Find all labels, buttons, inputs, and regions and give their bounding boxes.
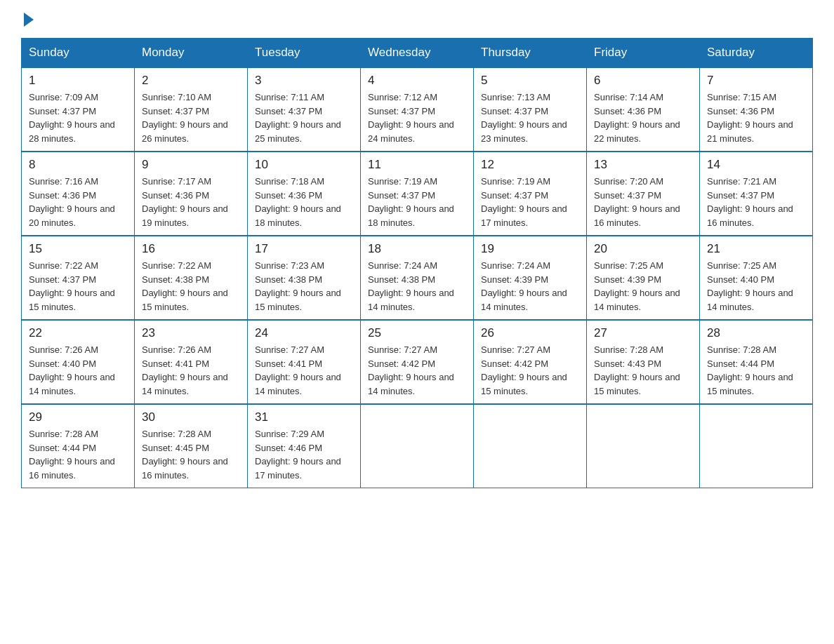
day-info: Sunrise: 7:27 AMSunset: 4:42 PMDaylight:… bbox=[481, 344, 567, 396]
day-info: Sunrise: 7:18 AMSunset: 4:36 PMDaylight:… bbox=[255, 176, 341, 228]
calendar-cell bbox=[474, 404, 587, 488]
calendar-cell bbox=[587, 404, 700, 488]
day-number: 12 bbox=[481, 158, 579, 172]
weekday-header-thursday: Thursday bbox=[474, 39, 587, 68]
week-row-1: 1 Sunrise: 7:09 AMSunset: 4:37 PMDayligh… bbox=[22, 67, 813, 152]
calendar-cell: 3 Sunrise: 7:11 AMSunset: 4:37 PMDayligh… bbox=[248, 67, 361, 152]
calendar-cell: 23 Sunrise: 7:26 AMSunset: 4:41 PMDaylig… bbox=[135, 320, 248, 404]
day-number: 8 bbox=[29, 158, 127, 172]
day-number: 14 bbox=[707, 158, 805, 172]
calendar-cell: 26 Sunrise: 7:27 AMSunset: 4:42 PMDaylig… bbox=[474, 320, 587, 404]
calendar-cell: 15 Sunrise: 7:22 AMSunset: 4:37 PMDaylig… bbox=[22, 236, 135, 320]
day-number: 16 bbox=[142, 242, 240, 256]
week-row-3: 15 Sunrise: 7:22 AMSunset: 4:37 PMDaylig… bbox=[22, 236, 813, 320]
weekday-header-friday: Friday bbox=[587, 39, 700, 68]
calendar-cell: 21 Sunrise: 7:25 AMSunset: 4:40 PMDaylig… bbox=[700, 236, 813, 320]
day-number: 18 bbox=[368, 242, 466, 256]
calendar-cell: 29 Sunrise: 7:28 AMSunset: 4:44 PMDaylig… bbox=[22, 404, 135, 488]
calendar-cell: 12 Sunrise: 7:19 AMSunset: 4:37 PMDaylig… bbox=[474, 152, 587, 236]
day-number: 3 bbox=[255, 74, 353, 88]
day-info: Sunrise: 7:19 AMSunset: 4:37 PMDaylight:… bbox=[368, 176, 454, 228]
calendar-cell: 17 Sunrise: 7:23 AMSunset: 4:38 PMDaylig… bbox=[248, 236, 361, 320]
day-number: 15 bbox=[29, 242, 127, 256]
day-info: Sunrise: 7:26 AMSunset: 4:40 PMDaylight:… bbox=[29, 344, 115, 396]
day-number: 25 bbox=[368, 326, 466, 340]
calendar-cell: 16 Sunrise: 7:22 AMSunset: 4:38 PMDaylig… bbox=[135, 236, 248, 320]
day-number: 22 bbox=[29, 326, 127, 340]
calendar-cell: 22 Sunrise: 7:26 AMSunset: 4:40 PMDaylig… bbox=[22, 320, 135, 404]
day-info: Sunrise: 7:22 AMSunset: 4:37 PMDaylight:… bbox=[29, 260, 115, 312]
calendar-cell: 18 Sunrise: 7:24 AMSunset: 4:38 PMDaylig… bbox=[361, 236, 474, 320]
day-number: 21 bbox=[707, 242, 805, 256]
calendar-table: SundayMondayTuesdayWednesdayThursdayFrid… bbox=[21, 38, 813, 488]
logo-triangle-icon bbox=[24, 13, 34, 27]
calendar-cell: 7 Sunrise: 7:15 AMSunset: 4:36 PMDayligh… bbox=[700, 67, 813, 152]
day-info: Sunrise: 7:24 AMSunset: 4:39 PMDaylight:… bbox=[481, 260, 567, 312]
calendar-cell: 13 Sunrise: 7:20 AMSunset: 4:37 PMDaylig… bbox=[587, 152, 700, 236]
day-info: Sunrise: 7:20 AMSunset: 4:37 PMDaylight:… bbox=[594, 176, 680, 228]
day-info: Sunrise: 7:28 AMSunset: 4:44 PMDaylight:… bbox=[29, 429, 115, 481]
day-info: Sunrise: 7:11 AMSunset: 4:37 PMDaylight:… bbox=[255, 92, 341, 144]
calendar-cell: 2 Sunrise: 7:10 AMSunset: 4:37 PMDayligh… bbox=[135, 67, 248, 152]
day-info: Sunrise: 7:23 AMSunset: 4:38 PMDaylight:… bbox=[255, 260, 341, 312]
day-number: 30 bbox=[142, 410, 240, 424]
day-number: 13 bbox=[594, 158, 692, 172]
day-info: Sunrise: 7:21 AMSunset: 4:37 PMDaylight:… bbox=[707, 176, 793, 228]
day-info: Sunrise: 7:27 AMSunset: 4:41 PMDaylight:… bbox=[255, 344, 341, 396]
calendar-cell: 8 Sunrise: 7:16 AMSunset: 4:36 PMDayligh… bbox=[22, 152, 135, 236]
day-number: 11 bbox=[368, 158, 466, 172]
calendar-cell: 4 Sunrise: 7:12 AMSunset: 4:37 PMDayligh… bbox=[361, 67, 474, 152]
day-info: Sunrise: 7:17 AMSunset: 4:36 PMDaylight:… bbox=[142, 176, 228, 228]
day-info: Sunrise: 7:14 AMSunset: 4:36 PMDaylight:… bbox=[594, 92, 680, 144]
day-info: Sunrise: 7:26 AMSunset: 4:41 PMDaylight:… bbox=[142, 344, 228, 396]
calendar-cell: 6 Sunrise: 7:14 AMSunset: 4:36 PMDayligh… bbox=[587, 67, 700, 152]
logo bbox=[21, 14, 34, 24]
page-header bbox=[21, 14, 813, 24]
week-row-4: 22 Sunrise: 7:26 AMSunset: 4:40 PMDaylig… bbox=[22, 320, 813, 404]
day-info: Sunrise: 7:22 AMSunset: 4:38 PMDaylight:… bbox=[142, 260, 228, 312]
week-row-2: 8 Sunrise: 7:16 AMSunset: 4:36 PMDayligh… bbox=[22, 152, 813, 236]
day-info: Sunrise: 7:15 AMSunset: 4:36 PMDaylight:… bbox=[707, 92, 793, 144]
day-info: Sunrise: 7:29 AMSunset: 4:46 PMDaylight:… bbox=[255, 429, 341, 481]
weekday-header-row: SundayMondayTuesdayWednesdayThursdayFrid… bbox=[22, 39, 813, 68]
calendar-cell: 5 Sunrise: 7:13 AMSunset: 4:37 PMDayligh… bbox=[474, 67, 587, 152]
day-info: Sunrise: 7:28 AMSunset: 4:45 PMDaylight:… bbox=[142, 429, 228, 481]
calendar-cell: 14 Sunrise: 7:21 AMSunset: 4:37 PMDaylig… bbox=[700, 152, 813, 236]
calendar-cell: 10 Sunrise: 7:18 AMSunset: 4:36 PMDaylig… bbox=[248, 152, 361, 236]
day-info: Sunrise: 7:19 AMSunset: 4:37 PMDaylight:… bbox=[481, 176, 567, 228]
weekday-header-sunday: Sunday bbox=[22, 39, 135, 68]
day-info: Sunrise: 7:27 AMSunset: 4:42 PMDaylight:… bbox=[368, 344, 454, 396]
weekday-header-monday: Monday bbox=[135, 39, 248, 68]
day-number: 6 bbox=[594, 74, 692, 88]
day-number: 26 bbox=[481, 326, 579, 340]
calendar-cell: 1 Sunrise: 7:09 AMSunset: 4:37 PMDayligh… bbox=[22, 67, 135, 152]
day-number: 27 bbox=[594, 326, 692, 340]
weekday-header-saturday: Saturday bbox=[700, 39, 813, 68]
day-info: Sunrise: 7:24 AMSunset: 4:38 PMDaylight:… bbox=[368, 260, 454, 312]
day-number: 19 bbox=[481, 242, 579, 256]
week-row-5: 29 Sunrise: 7:28 AMSunset: 4:44 PMDaylig… bbox=[22, 404, 813, 488]
day-number: 4 bbox=[368, 74, 466, 88]
day-number: 1 bbox=[29, 74, 127, 88]
day-info: Sunrise: 7:13 AMSunset: 4:37 PMDaylight:… bbox=[481, 92, 567, 144]
day-number: 23 bbox=[142, 326, 240, 340]
calendar-cell bbox=[700, 404, 813, 488]
day-info: Sunrise: 7:28 AMSunset: 4:43 PMDaylight:… bbox=[594, 344, 680, 396]
day-info: Sunrise: 7:16 AMSunset: 4:36 PMDaylight:… bbox=[29, 176, 115, 228]
day-info: Sunrise: 7:09 AMSunset: 4:37 PMDaylight:… bbox=[29, 92, 115, 144]
calendar-cell: 9 Sunrise: 7:17 AMSunset: 4:36 PMDayligh… bbox=[135, 152, 248, 236]
day-info: Sunrise: 7:25 AMSunset: 4:39 PMDaylight:… bbox=[594, 260, 680, 312]
calendar-cell: 11 Sunrise: 7:19 AMSunset: 4:37 PMDaylig… bbox=[361, 152, 474, 236]
day-number: 5 bbox=[481, 74, 579, 88]
day-number: 10 bbox=[255, 158, 353, 172]
calendar-cell bbox=[361, 404, 474, 488]
day-number: 24 bbox=[255, 326, 353, 340]
calendar-cell: 28 Sunrise: 7:28 AMSunset: 4:44 PMDaylig… bbox=[700, 320, 813, 404]
day-number: 9 bbox=[142, 158, 240, 172]
day-info: Sunrise: 7:28 AMSunset: 4:44 PMDaylight:… bbox=[707, 344, 793, 396]
day-number: 7 bbox=[707, 74, 805, 88]
calendar-cell: 25 Sunrise: 7:27 AMSunset: 4:42 PMDaylig… bbox=[361, 320, 474, 404]
calendar-cell: 19 Sunrise: 7:24 AMSunset: 4:39 PMDaylig… bbox=[474, 236, 587, 320]
day-number: 17 bbox=[255, 242, 353, 256]
calendar-cell: 24 Sunrise: 7:27 AMSunset: 4:41 PMDaylig… bbox=[248, 320, 361, 404]
